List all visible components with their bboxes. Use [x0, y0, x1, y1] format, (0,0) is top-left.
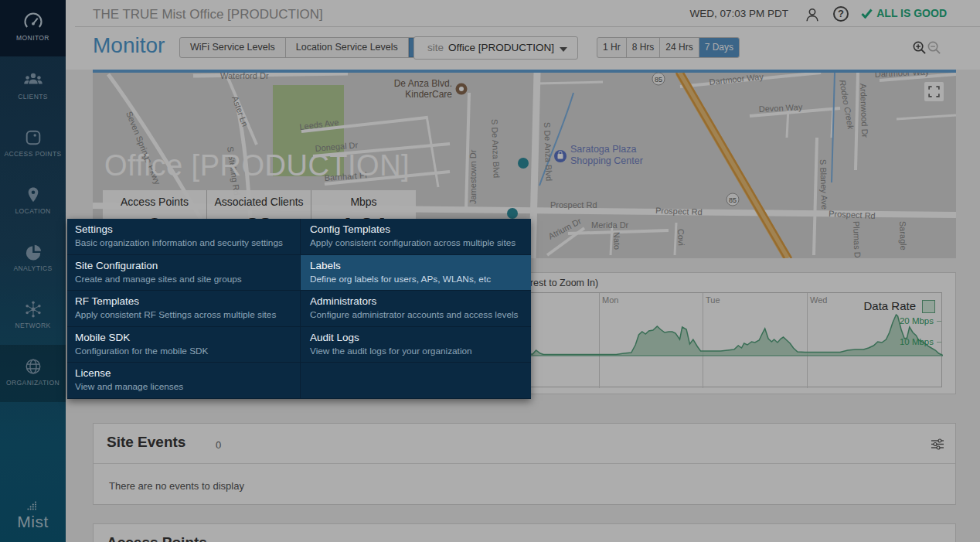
menu-item-site-configuration[interactable]: Site Configuration Create and manage sit… — [67, 255, 300, 291]
menu-item-labels[interactable]: Labels Define org labels for users, APs,… — [300, 255, 531, 291]
menu-cell-empty — [300, 363, 531, 399]
menu-item-license[interactable]: License View and manage licenses — [67, 363, 300, 399]
menu-item-administrators[interactable]: Administrators Configure administrator a… — [300, 291, 531, 327]
app-window: MONITOR CLIENTS ACCESS POINTS LOCATION A… — [0, 0, 980, 542]
organization-menu: Settings Basic organization information … — [67, 219, 531, 399]
menu-item-mobile-sdk[interactable]: Mobile SDK Configuration for the mobile … — [67, 327, 300, 363]
menu-item-rf-templates[interactable]: RF Templates Apply consistent RF Setting… — [67, 291, 300, 327]
menu-item-settings[interactable]: Settings Basic organization information … — [67, 219, 300, 255]
menu-item-config-templates[interactable]: Config Templates Apply consistent config… — [300, 219, 531, 255]
menu-item-audit-logs[interactable]: Audit Logs View the audit logs for your … — [300, 327, 531, 363]
